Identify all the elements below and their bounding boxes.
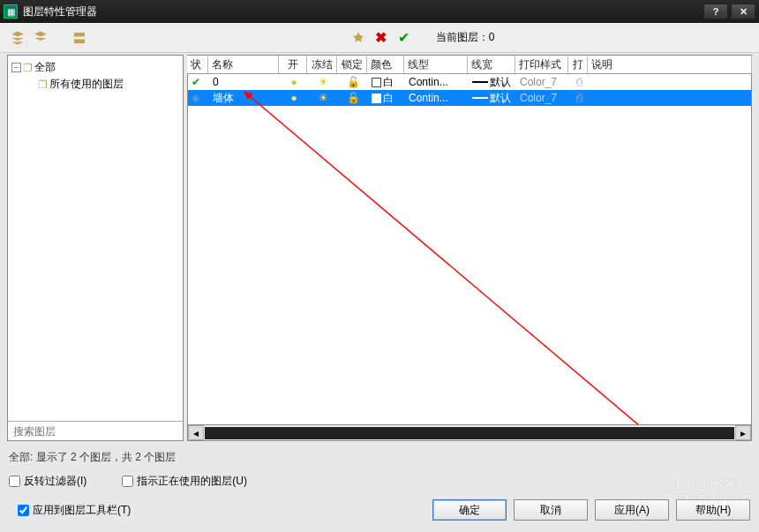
color-cell[interactable]: 白 bbox=[368, 74, 405, 90]
ok-button[interactable]: 确定 bbox=[432, 499, 507, 521]
plotstyle-cell: Color_7 bbox=[516, 74, 569, 90]
lineweight-cell[interactable]: 默认 bbox=[469, 90, 516, 106]
help-button[interactable]: 帮助(H) bbox=[676, 499, 750, 521]
col-status[interactable]: 状 bbox=[187, 56, 208, 73]
layer-grid: 状 名称 开 冻结 锁定 颜色 线型 线宽 打印样式 打 说明 ✔0●☀🔓 白C… bbox=[187, 55, 752, 441]
toolbar: ✖ ✔ 当前图层：0 bbox=[0, 23, 759, 53]
lineweight-cell[interactable]: 默认 bbox=[469, 74, 516, 90]
sun-icon[interactable]: ☀ bbox=[319, 76, 328, 88]
search-box bbox=[8, 421, 183, 440]
printer-icon[interactable]: ⎙ bbox=[576, 92, 582, 104]
col-plot[interactable]: 打 bbox=[568, 56, 588, 73]
window-title: 图层特性管理器 bbox=[23, 4, 701, 19]
layer-row[interactable]: ◈墙体●☀🔓 白Contin... 默认Color_7⎙ bbox=[188, 90, 751, 106]
linetype-cell[interactable]: Contin... bbox=[405, 74, 469, 90]
layer-states-icon[interactable] bbox=[71, 29, 88, 47]
svg-line-0 bbox=[244, 92, 645, 425]
tree-collapse-icon[interactable]: − bbox=[11, 63, 21, 72]
layer-status-icon: ◈ bbox=[192, 92, 199, 104]
layer-row[interactable]: ✔0●☀🔓 白Contin... 默认Color_7⎙ bbox=[188, 74, 751, 90]
help-button[interactable]: ? bbox=[703, 4, 728, 19]
indicate-inuse-checkbox[interactable]: 指示正在使用的图层(U) bbox=[122, 474, 247, 489]
indicate-inuse-label: 指示正在使用的图层(U) bbox=[137, 474, 247, 489]
apply-button[interactable]: 应用(A) bbox=[595, 499, 669, 521]
lock-icon[interactable]: 🔓 bbox=[347, 76, 360, 88]
annotation-arrow bbox=[239, 86, 663, 425]
plotstyle-cell: Color_7 bbox=[516, 90, 569, 106]
current-layer-icon: ✔ bbox=[192, 76, 200, 88]
apply-toolbar-checkbox[interactable]: 应用到图层工具栏(T) bbox=[18, 503, 131, 518]
col-pstyle[interactable]: 打印样式 bbox=[515, 56, 568, 73]
color-swatch bbox=[372, 78, 381, 87]
current-layer-label-text: 当前图层： bbox=[436, 31, 489, 43]
bulb-icon[interactable]: ● bbox=[290, 76, 297, 88]
tree-node-label: 所有使用的图层 bbox=[49, 77, 124, 92]
invert-filter-label: 反转过滤器(I) bbox=[24, 474, 86, 489]
col-on[interactable]: 开 bbox=[279, 56, 307, 73]
printer-icon[interactable]: ⎙ bbox=[576, 76, 582, 88]
color-swatch bbox=[372, 94, 381, 103]
description-cell[interactable] bbox=[589, 74, 751, 90]
col-ltype[interactable]: 线型 bbox=[404, 56, 468, 73]
sun-icon[interactable]: ☀ bbox=[319, 92, 328, 104]
apply-toolbar-input[interactable] bbox=[18, 505, 29, 516]
new-layer-icon[interactable] bbox=[349, 29, 367, 47]
scroll-right-icon[interactable]: ▸ bbox=[735, 425, 751, 440]
invert-filter-input[interactable] bbox=[9, 476, 20, 487]
lineweight-icon bbox=[472, 97, 488, 99]
invert-filter-checkbox[interactable]: 反转过滤器(I) bbox=[9, 474, 86, 489]
indicate-inuse-input[interactable] bbox=[122, 476, 133, 487]
layer-name-cell[interactable]: 0 bbox=[209, 74, 280, 90]
set-current-icon[interactable]: ✔ bbox=[395, 29, 413, 47]
col-lock[interactable]: 锁定 bbox=[337, 56, 367, 73]
grid-body: ✔0●☀🔓 白Contin... 默认Color_7⎙◈墙体●☀🔓 白Conti… bbox=[187, 74, 752, 425]
grid-header: 状 名称 开 冻结 锁定 颜色 线型 线宽 打印样式 打 说明 bbox=[187, 55, 752, 74]
lineweight-icon bbox=[472, 81, 488, 83]
scroll-track[interactable] bbox=[205, 427, 734, 439]
tree-node-all[interactable]: − ❐ 全部 bbox=[11, 59, 179, 76]
lock-icon[interactable]: 🔓 bbox=[347, 92, 360, 104]
layers-icon: ❐ bbox=[38, 79, 48, 91]
horizontal-scrollbar[interactable]: ◂ ▸ bbox=[187, 425, 752, 441]
layer-name-cell[interactable]: 墙体 bbox=[209, 90, 280, 106]
filter-tree: − ❐ 全部 ❐ 所有使用的图层 bbox=[7, 55, 184, 441]
col-name[interactable]: 名称 bbox=[208, 56, 279, 73]
col-desc[interactable]: 说明 bbox=[588, 56, 752, 73]
layers-icon: ❐ bbox=[23, 62, 33, 74]
current-layer-value: 0 bbox=[489, 31, 495, 43]
apply-toolbar-label: 应用到图层工具栏(T) bbox=[33, 503, 131, 518]
col-freeze[interactable]: 冻结 bbox=[307, 56, 337, 73]
close-button[interactable]: ✕ bbox=[731, 4, 755, 19]
status-line: 全部: 显示了 2 个图层，共 2 个图层 bbox=[0, 443, 759, 470]
new-group-filter-icon[interactable] bbox=[32, 29, 49, 47]
cancel-button[interactable]: 取消 bbox=[514, 499, 588, 521]
tree-node-label: 全部 bbox=[34, 60, 56, 75]
bulb-icon[interactable]: ● bbox=[290, 92, 297, 104]
scroll-left-icon[interactable]: ◂ bbox=[188, 425, 204, 440]
search-input[interactable] bbox=[8, 422, 183, 440]
linetype-cell[interactable]: Contin... bbox=[405, 90, 469, 106]
description-cell[interactable] bbox=[589, 90, 751, 106]
color-cell[interactable]: 白 bbox=[368, 90, 405, 106]
tree-node-all-used[interactable]: ❐ 所有使用的图层 bbox=[11, 76, 179, 93]
current-layer-label: 当前图层：0 bbox=[436, 30, 495, 45]
app-icon: ▦ bbox=[4, 4, 18, 19]
title-bar: ▦ 图层特性管理器 ? ✕ bbox=[0, 0, 759, 23]
new-filter-icon[interactable] bbox=[9, 29, 26, 47]
col-color[interactable]: 颜色 bbox=[367, 56, 404, 73]
col-lweight[interactable]: 线宽 bbox=[468, 56, 515, 73]
delete-layer-icon[interactable]: ✖ bbox=[372, 29, 390, 47]
